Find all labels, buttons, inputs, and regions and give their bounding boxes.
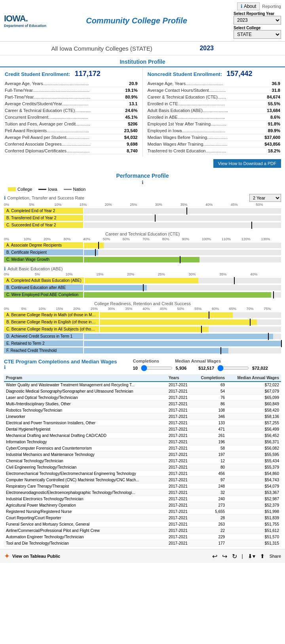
state-year: 2023 <box>200 45 214 52</box>
tableau-label: View on Tableau Public <box>12 554 60 559</box>
credit-stat-row: Career & Technical Education (CTE)......… <box>5 107 138 114</box>
bar-row: B. Certificate Recipient <box>4 249 281 255</box>
table-row: Lineworker 2017-2021 346 $58,136 <box>4 414 281 420</box>
credit-stat-row: Part-Time/Year..........................… <box>5 94 138 101</box>
noncredit-stat-row: Enrolled in ABE.........................… <box>148 114 281 121</box>
college-select[interactable]: STATE <box>234 30 281 39</box>
table-row: Laser and Optical Technology/Technician … <box>4 395 281 401</box>
col-wages: Median Annual Wages <box>227 374 281 382</box>
bar-row: A. Completed Adult Basis Education (ABE) <box>4 277 281 283</box>
noncredit-stat-row: Adult Basis Education (ABE).............… <box>148 107 281 114</box>
col-years: Years <box>167 374 194 382</box>
table-row: Respiratory Care Therapy/Therapist 2017-… <box>4 483 281 490</box>
bar-row: A. Completed End of Year 2 <box>4 208 281 214</box>
completions-header: Completions <box>133 359 160 363</box>
share-label: Share <box>270 554 281 559</box>
table-row: Industrial Electronics Technology/Techni… <box>4 496 281 502</box>
noncredit-enrollment-value: 157,442 <box>226 70 252 78</box>
credit-stat-row: Average Credits/Student/Year............… <box>5 101 138 107</box>
bar-row: F. Reached Credit Threshold <box>4 348 281 353</box>
noncredit-stat-row: Average Age, Years......................… <box>148 80 281 87</box>
institution-profile: Institution Profile Credit Student Enrol… <box>0 55 285 170</box>
credit-stat-row: Full-Time/Year..........................… <box>5 87 138 94</box>
bar-row: B. Transferred End of Year 2 <box>4 215 281 221</box>
pdf-download-button[interactable]: View How to Download a PDF <box>213 159 281 168</box>
performance-title: Performance Profile <box>0 170 285 180</box>
table-row: Information Technology 2017-2021 196 $56… <box>4 439 281 445</box>
credit-stat-row: Conferred Diplomas/Certificates.........… <box>5 148 138 154</box>
logo-text: IOWA. <box>4 13 28 24</box>
year-select[interactable]: 2023 <box>234 16 281 25</box>
noncredit-stat-row: Enrolled in CTE.........................… <box>148 101 281 107</box>
forward-icon[interactable]: ↪ <box>222 553 227 560</box>
col-completions: Completions <box>194 374 227 382</box>
table-row: Dental Hygiene/Hygienist 2017-2021 471 $… <box>4 426 281 433</box>
wages-min: $12,517 <box>198 366 214 370</box>
noncredit-stat-row: Employed 1st Year After Training........… <box>148 121 281 127</box>
bar-row: A. Became College Ready in Math (of thos… <box>4 312 281 318</box>
table-row: Robotics Technology/Technician 2017-2021… <box>4 407 281 414</box>
col-program: Program <box>4 374 167 382</box>
institution-title: Institution Profile <box>0 55 285 66</box>
completions-slider[interactable] <box>141 365 173 371</box>
credit-stat-row: Average Pell Award per Student..........… <box>5 134 138 141</box>
noncredit-stat-row: Career & Technical Education (CTE)......… <box>148 94 281 101</box>
about-button[interactable]: ℹ About <box>237 2 260 10</box>
credit-stat-row: Average Age, Years......................… <box>5 80 138 87</box>
cte-chart-title: Career and Technical Education (CTE) <box>0 229 285 237</box>
bar-row: E. Retained to Term 2 <box>4 340 281 346</box>
select-college-label: Select College <box>234 26 281 30</box>
wages-max: $72,022 <box>252 366 268 370</box>
table-row: Funeral Service and Mortuary Science, Ge… <box>4 521 281 528</box>
page-title: Community College Profile <box>55 16 218 25</box>
noncredit-stat-row: Trasferred to Credit Education..........… <box>148 148 281 154</box>
table-row: Court Reporting/Court Reporter 2017-2021… <box>4 515 281 521</box>
table-row: Electroneurodiagnostic/Electroencephalog… <box>4 490 281 496</box>
credit-stat-row: Conferred Associate Degrees.............… <box>5 141 138 148</box>
bar-row: B. Became College Ready in English (of t… <box>4 319 281 325</box>
nav-separator: | <box>242 553 243 559</box>
back-icon[interactable]: ↩ <box>212 553 217 560</box>
credit-enrollment-label: Credit Student Enrollment: <box>5 71 70 77</box>
table-row: Electrical and Power Transmission Instal… <box>4 420 281 426</box>
completion-chart-title: Completion, Transfer and Success Rate <box>7 196 84 200</box>
bar-row: A. Associate Degree Recipients <box>4 242 281 248</box>
download-icon[interactable]: ⬇▾ <box>248 553 255 559</box>
wages-header: Median Annual Wages <box>175 359 221 363</box>
info-abe-icon: ℹ <box>4 266 6 272</box>
completions-min: 10 <box>133 366 138 370</box>
credit-stat-row: Concurrent Enrollment...................… <box>5 114 138 121</box>
noncredit-stat-row: Average Contact Hours/Student...........… <box>148 87 281 94</box>
table-row: Industrial Mechanics and Maintenance Tec… <box>4 452 281 458</box>
nav-icons: ↩ ↪ ↻ | ⬇▾ ⬆ Share <box>212 553 281 560</box>
year-range-select[interactable]: 2 Year <box>249 194 281 202</box>
table-row: Registered Nursing/Registered Nurse 2017… <box>4 509 281 515</box>
noncredit-stat-row: Median Wages After Training.............… <box>148 141 281 148</box>
credit-chart-title: College Readiness, Retention and Credit … <box>0 299 285 307</box>
abe-chart-title: Adult Basic Education (ABE) <box>8 266 63 271</box>
refresh-icon[interactable]: ↻ <box>232 553 237 560</box>
table-row: Agricultural Power Machinery Operation 2… <box>4 502 281 509</box>
tableau-logo-area[interactable]: ✦ View on Tableau Public <box>4 552 60 560</box>
table-row: Airline/Commercial/Professional Pilot an… <box>4 528 281 534</box>
table-row: Water Quality and Wastewater Treatment M… <box>4 382 281 388</box>
bar-row: D. Achieved Credit Success in Term 1 <box>4 333 281 339</box>
bar-row: B. Continued Education after ABE <box>4 285 281 291</box>
legend-college: College <box>8 187 32 192</box>
bar-row: C. Became College Ready in All Subjects … <box>4 326 281 332</box>
table-row: Civil Engineering Technology/Technician … <box>4 464 281 471</box>
noncredit-stat-row: Median Wages Before Training............… <box>148 134 281 141</box>
table-row: Tool and Die Technology/Technician 2017-… <box>4 540 281 547</box>
wages-slider[interactable] <box>217 365 249 371</box>
table-row: Mechanical Drafting and Mechanical Draft… <box>4 433 281 439</box>
credit-stat-row: Pell Award Recipients...................… <box>5 127 138 134</box>
state-name: All Iowa Community Colleges (STATE) <box>4 45 200 52</box>
cte-table-title: CTE Program Completions and Median Wages <box>4 359 117 365</box>
tableau-icon: ✦ <box>4 552 10 560</box>
reporting-label: Reporting <box>262 4 281 9</box>
table-row: Diagnostic Medical Sonography/Sonographe… <box>4 388 281 395</box>
table-row: Automation Engineer Technology/Technicia… <box>4 534 281 540</box>
performance-profile: Performance Profile ℹ College Iowa Natio… <box>0 170 285 353</box>
table-row: Chemical Technology/Technician 2017-2021… <box>4 458 281 464</box>
share-icon[interactable]: ⬆ <box>260 553 265 559</box>
